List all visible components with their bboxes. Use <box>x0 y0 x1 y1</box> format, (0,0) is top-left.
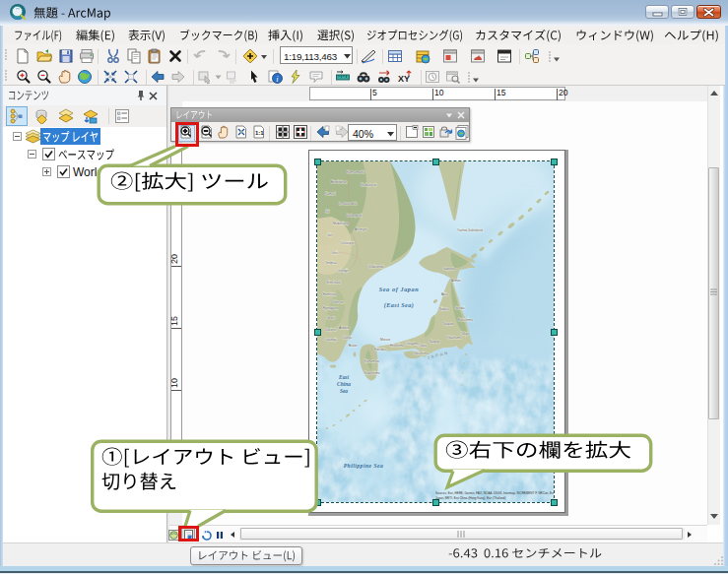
svg-text:XY: XY <box>398 74 410 84</box>
